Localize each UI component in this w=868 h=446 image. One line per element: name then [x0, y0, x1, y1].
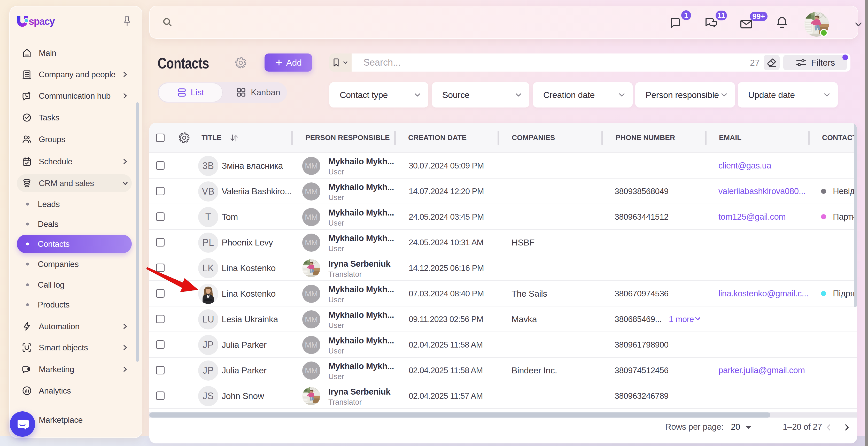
svg-text:spacy: spacy [29, 16, 55, 27]
